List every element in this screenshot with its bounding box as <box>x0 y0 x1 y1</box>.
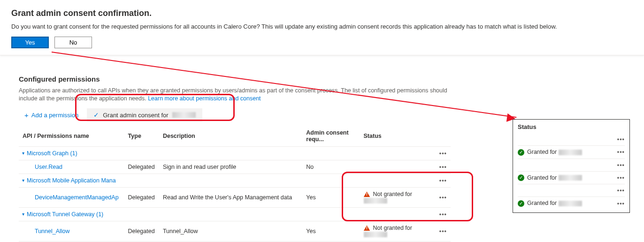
header-actions <box>431 127 451 147</box>
permission-desc: Tunnel_Allow <box>159 221 302 241</box>
add-permission-button[interactable]: + Add a permission <box>21 108 82 122</box>
learn-more-link[interactable]: Learn more about permissions and consent <box>148 95 261 102</box>
chevron-down-icon: ▸ <box>21 213 26 216</box>
more-icon[interactable]: ••• <box>617 136 625 143</box>
more-icon[interactable]: ••• <box>439 228 447 234</box>
api-group-label[interactable]: ▸Microsoft Mobile Application Mana <box>19 174 431 187</box>
success-icon: ✓ <box>518 174 524 181</box>
permission-name[interactable]: DeviceManagementManagedAp <box>23 194 121 201</box>
chevron-down-icon: ▸ <box>21 180 26 182</box>
header-consent: Admin consent requ... <box>302 127 360 147</box>
status-panel-title: Status <box>518 123 625 130</box>
more-icon[interactable]: ••• <box>617 174 625 181</box>
section-desc: Applications are authorized to call APIs… <box>19 87 451 103</box>
permission-status: Not granted for <box>360 221 432 241</box>
more-icon[interactable]: ••• <box>439 194 447 201</box>
tenant-blur <box>364 232 387 237</box>
permission-consent-required: No <box>302 160 360 174</box>
status-result-panel: Status ••• ✓Granted for ••• ••• ✓Granted… <box>513 119 630 213</box>
api-group-label[interactable]: ▸Microsoft Graph (1) <box>19 146 431 160</box>
status-row: ••• <box>518 159 625 172</box>
permission-consent-required: Yes <box>302 221 360 241</box>
status-row: ••• <box>518 133 625 146</box>
api-group-row: ▸Microsoft Tunnel Gateway (1)••• <box>19 207 451 221</box>
permission-row: User.ReadDelegatedSign in and read user … <box>19 160 451 174</box>
status-row: ✓Granted for ••• <box>518 172 625 185</box>
permission-row: DeviceManagementManagedApDelegatedRead a… <box>19 187 451 207</box>
status-row: ✓Granted for ••• <box>518 146 625 159</box>
permission-desc: Read and Write the User's App Management… <box>159 187 302 207</box>
api-group-label[interactable]: ▸Microsoft Tunnel Gateway (1) <box>19 207 431 221</box>
more-icon[interactable]: ••• <box>439 164 447 170</box>
permission-desc: Sign in and read user profile <box>159 160 302 174</box>
add-permission-label: Add a permission <box>31 112 78 119</box>
more-icon[interactable]: ••• <box>617 162 625 168</box>
tenant-blur <box>559 201 582 206</box>
more-icon[interactable]: ••• <box>617 200 625 207</box>
status-row: ✓Granted for ••• <box>518 197 625 210</box>
permissions-table: API / Permissions name Type Description … <box>19 127 451 242</box>
permission-consent-required: Yes <box>302 187 360 207</box>
tenant-blur <box>559 150 582 155</box>
consent-dialog: Grant admin consent confirmation. Do you… <box>0 0 644 55</box>
yes-button[interactable]: Yes <box>11 37 49 48</box>
api-group-row: ▸Microsoft Mobile Application Mana••• <box>19 174 451 187</box>
warning-icon <box>364 225 370 231</box>
warning-icon <box>364 191 370 197</box>
granted-label: Granted for <box>527 200 557 206</box>
permission-status: Not granted for <box>360 187 432 207</box>
permission-type: Delegated <box>124 187 159 207</box>
dialog-body: Do you want to grant consent for the req… <box>11 23 633 30</box>
section-title: Configured permissions <box>19 75 451 83</box>
toolbar: + Add a permission ✓ Grant admin consent… <box>21 108 451 122</box>
success-icon: ✓ <box>518 200 524 207</box>
permission-type: Delegated <box>124 221 159 241</box>
more-icon[interactable]: ••• <box>439 177 447 184</box>
tenant-blur <box>559 175 582 181</box>
status-row: ••• <box>518 184 625 197</box>
more-icon[interactable]: ••• <box>439 211 447 218</box>
more-icon[interactable]: ••• <box>617 187 625 194</box>
chevron-down-icon: ▸ <box>21 152 26 155</box>
more-icon[interactable]: ••• <box>439 150 447 157</box>
header-desc: Description <box>159 127 302 147</box>
permission-row: Tunnel_AllowDelegatedTunnel_AllowYesNot … <box>19 221 451 241</box>
header-type: Type <box>124 127 159 147</box>
granted-label: Granted for <box>527 174 557 181</box>
permission-name[interactable]: Tunnel_Allow <box>23 228 121 234</box>
plus-icon: + <box>24 111 29 119</box>
grant-admin-consent-button[interactable]: ✓ Grant admin consent for <box>87 108 202 121</box>
tenant-blur <box>364 198 387 204</box>
more-icon[interactable]: ••• <box>617 149 625 155</box>
permissions-tbody: ▸Microsoft Graph (1)•••User.ReadDelegate… <box>19 146 451 241</box>
no-button[interactable]: No <box>54 37 92 48</box>
permission-name[interactable]: User.Read <box>23 164 121 170</box>
granted-label: Granted for <box>527 149 557 155</box>
api-group-row: ▸Microsoft Graph (1)••• <box>19 146 451 160</box>
permission-type: Delegated <box>124 160 159 174</box>
dialog-buttons: Yes No <box>11 37 633 48</box>
permission-status <box>360 160 432 174</box>
header-api: API / Permissions name <box>19 127 124 147</box>
grant-consent-label: Grant admin consent for <box>103 112 168 119</box>
header-status: Status <box>360 127 432 147</box>
success-icon: ✓ <box>518 149 524 156</box>
configured-permissions-section: Configured permissions Applications are … <box>19 75 451 242</box>
check-icon: ✓ <box>93 111 99 119</box>
dialog-title: Grant admin consent confirmation. <box>11 8 633 18</box>
tenant-blur <box>172 112 196 118</box>
